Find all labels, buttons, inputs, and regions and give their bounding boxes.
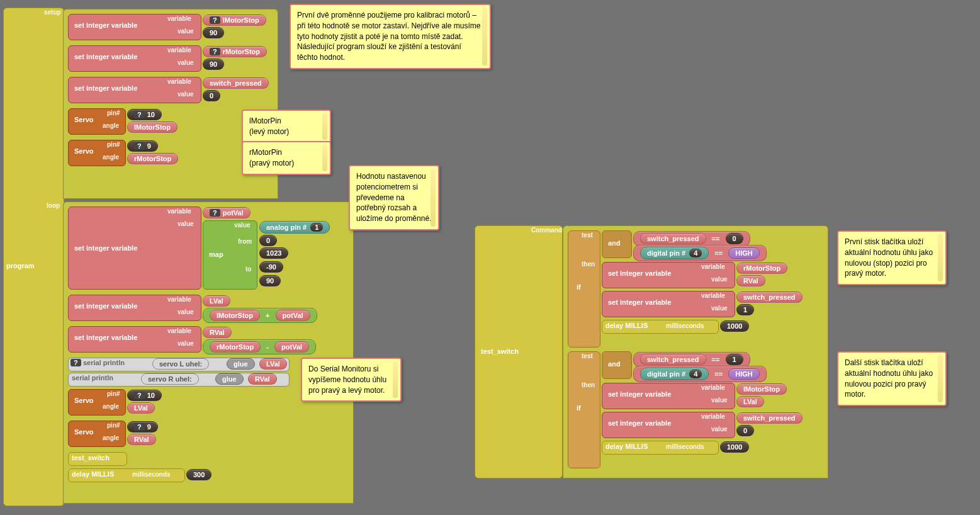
value-label: value (177, 91, 194, 98)
set-int-var-op: set integer variable (74, 21, 137, 29)
note[interactable]: Další stisk tlačítka uloží aktuální hodn… (837, 351, 947, 406)
var-pill[interactable]: rMotorStop (736, 263, 787, 274)
pin-pill[interactable]: ?10 (127, 390, 162, 401)
ms-pill[interactable]: 300 (186, 469, 211, 480)
ms-label: milliseconds (666, 443, 704, 450)
pin-pill[interactable]: ?10 (127, 109, 162, 120)
pin-pill[interactable]: ?9 (127, 421, 158, 433)
value-label: value (177, 28, 194, 35)
var-pill[interactable]: ?lMotorStop (203, 14, 266, 26)
and-label: and (608, 360, 621, 368)
val-pill[interactable]: RVal (736, 275, 765, 286)
map-from-label: from (238, 238, 252, 245)
servo-op: Servo (74, 397, 94, 404)
expr-pill[interactable]: rMotorStop - potVal (203, 339, 316, 354)
set-int-var-op: set integer variable (608, 390, 671, 398)
note[interactable]: První dvě proměnné použijeme pro kalibra… (290, 4, 491, 69)
pin-pill[interactable]: ?9 (127, 140, 158, 152)
ms-pill[interactable]: 1000 (720, 441, 749, 453)
expr-pill[interactable]: lMotorStop + potVal (203, 308, 317, 323)
string-pill[interactable]: servo L uhel: (152, 358, 209, 370)
set-int-var-op: set integer variable (608, 269, 671, 277)
note[interactable]: Hodnotu nastavenou potenciometrem si pře… (349, 165, 439, 230)
cond-pill[interactable]: digital pin #4 == HIGH (633, 245, 767, 261)
var-pill[interactable]: ?rMotorStop (203, 46, 267, 57)
value-label: value (177, 340, 194, 347)
variable-label: variable (701, 292, 725, 299)
string-pill[interactable]: servo R uhel: (141, 373, 199, 385)
if-block[interactable] (568, 230, 600, 348)
var-pill[interactable]: LVal (203, 295, 230, 307)
var-pill[interactable]: switch_pressed (736, 412, 803, 424)
program-block[interactable] (3, 8, 64, 506)
pin-label: pin# (107, 110, 120, 116)
val-pill[interactable]: LVal (259, 358, 287, 370)
analog-pin-pill[interactable]: analog pin # 1 (259, 221, 330, 234)
pin-label: pin# (107, 141, 120, 148)
var-pill[interactable]: ?potVal (203, 207, 251, 218)
value-label: value (711, 397, 728, 404)
if-block[interactable] (568, 351, 600, 468)
var-pill[interactable]: RVal (203, 327, 232, 338)
cond-pill[interactable]: switch_pressed == 1 (633, 352, 750, 367)
var-pill[interactable]: switch_pressed (203, 77, 269, 89)
servo-op: Servo (74, 147, 94, 155)
map-v0[interactable]: 0 (259, 235, 277, 246)
val-pill[interactable]: 0 (736, 425, 754, 436)
then-label: then (582, 382, 595, 388)
delay-op: delay MILLIS (72, 470, 114, 478)
angle-pill[interactable]: lMotorStop (127, 122, 177, 133)
map-v3[interactable]: 90 (259, 275, 281, 286)
angle-label: angle (103, 403, 119, 410)
servo-op: Servo (74, 116, 94, 123)
set-int-var-op: set integer variable (74, 302, 137, 310)
angle-label: angle (103, 154, 119, 161)
note[interactable]: lMotorPin (levý motor) (242, 110, 331, 144)
if-label: if (577, 404, 581, 412)
then-label: then (582, 261, 595, 268)
cond-pill[interactable]: switch_pressed == 0 (633, 231, 750, 246)
loop-label: loop (47, 202, 60, 209)
var-pill[interactable]: switch_pressed (736, 291, 803, 303)
note[interactable]: Do Serial Monitoru si vypíšeme hodnotu ú… (301, 358, 402, 402)
variable-label: variable (701, 263, 725, 270)
angle-pill[interactable]: LVal (127, 402, 155, 414)
val-pill[interactable]: 0 (203, 90, 220, 101)
map-v1[interactable]: 1023 (259, 247, 288, 259)
val-pill[interactable]: 90 (203, 59, 224, 70)
variable-label: variable (167, 47, 191, 54)
test-label: test (582, 232, 593, 239)
ms-label: milliseconds (132, 471, 171, 478)
map-to-label: to (245, 266, 251, 273)
note[interactable]: První stisk tlačítka uloží aktuální hodn… (837, 230, 947, 285)
angle-pill[interactable]: rMotorStop (127, 153, 178, 164)
val-pill[interactable]: 90 (203, 27, 224, 38)
var-pill[interactable]: lMotorStop (736, 383, 787, 395)
angle-label: angle (103, 434, 119, 441)
glue-pill[interactable]: glue (227, 358, 255, 370)
val-pill[interactable]: RVal (248, 373, 277, 385)
map-op: map (209, 251, 223, 258)
set-int-var-op: set integer variable (74, 244, 137, 252)
variable-label: variable (701, 384, 725, 391)
serial-println-op: serial println (72, 374, 113, 382)
variable-label: variable (167, 296, 191, 303)
val-pill[interactable]: 1 (736, 304, 754, 315)
angle-pill[interactable]: RVal (127, 434, 156, 445)
if-label: if (577, 283, 581, 291)
set-int-var-op: set integer variable (74, 84, 137, 92)
glue-pill[interactable]: glue (215, 373, 244, 385)
program-label: program (6, 262, 35, 269)
cond-pill[interactable]: digital pin #4 == HIGH (633, 366, 767, 382)
variable-label: variable (167, 208, 191, 215)
set-int-var-op: set integer variable (74, 334, 137, 341)
value-label: value (177, 220, 194, 227)
delay-op: delay MILLIS (605, 322, 648, 329)
map-v2[interactable]: -90 (259, 261, 283, 273)
ms-label: milliseconds (666, 322, 704, 329)
servo-op: Servo (74, 428, 94, 436)
value-label: value (177, 308, 194, 315)
note[interactable]: rMotorPin (pravý motor) (242, 141, 331, 175)
ms-pill[interactable]: 1000 (720, 320, 749, 332)
val-pill[interactable]: LVal (736, 396, 764, 407)
